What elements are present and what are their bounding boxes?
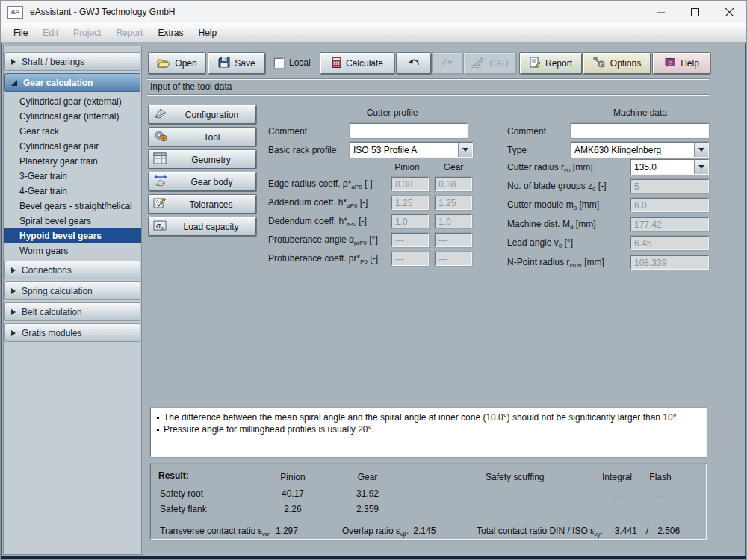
cutter-radius-value: 135.0 [631,162,694,172]
sidebar-group-connections[interactable]: Connections [4,261,140,279]
sidebar-item-cylindrical-gear-pair[interactable]: Cylindrical gear pair [4,139,141,154]
result-gear-header: Gear [344,472,391,482]
cutter-comment-input[interactable] [350,123,468,138]
svg-text:?: ? [669,59,672,66]
scuffing-flash-value: --- [638,491,683,502]
protuberance-coeff-pinion-field: --- [391,252,429,266]
result-panel: Result: Pinion Gear Safety scuffing Inte… [150,464,707,540]
sidebar-item-worm-gears[interactable]: Worm gears [4,243,141,258]
load-capacity-sigma-icon: σx [153,220,167,234]
sidebar-item-gear-rack[interactable]: Gear rack [4,124,141,139]
save-button[interactable]: Save [208,53,265,74]
cutter-radius-label: Cutter radius rc0 [mm] [507,162,592,174]
protuberance-angle-gear-field: --- [435,233,472,247]
overlap-ratio: Overlap ratio εvβ:2.145 [342,526,436,538]
dropdown-arrow-icon[interactable] [694,160,708,174]
machine-dist-label: Machine dist. Md [mm] [507,219,595,231]
machine-dist-field: 177.42 [630,217,709,231]
total-contact-ratio: Total contact ratio DIN / ISO εvγ:3.441/… [477,526,680,538]
sidebar-item-4-gear-train[interactable]: 4-Gear train [4,184,141,199]
maximize-icon [691,8,699,16]
report-button[interactable]: Report [520,53,582,74]
window-frame [1,556,746,559]
sidebar-group-spring-calculation[interactable]: Spring calculation [4,281,140,300]
help-book-icon: ? [664,57,676,70]
undo-icon [408,58,420,69]
sidebar-item-3-gear-train[interactable]: 3-Gear train [4,169,141,184]
gear-body-button[interactable]: Gear body [149,172,256,191]
window-frame [1,43,2,559]
protuberance-angle-label: Protuberance angle αprP0 [°] [268,234,378,246]
machine-type-label: Type [507,145,527,155]
result-integral-header: Integral [593,472,641,482]
pinion-column-header: Pinion [385,162,430,172]
protuberance-angle-pinion-field: --- [391,233,429,247]
redo-button [433,53,462,74]
basic-rack-profile-value: ISO 53 Profile A [350,145,458,155]
undo-button[interactable] [397,53,431,74]
geometry-button[interactable]: Geometry [149,150,256,169]
addendum-gear-field: 1.25 [435,196,472,210]
options-button[interactable]: Options [583,53,651,74]
blade-groups-field: 5 [630,179,709,193]
calculator-icon [332,57,341,70]
close-button[interactable] [712,1,746,23]
sidebar-item-hypoid-bevel-gears[interactable]: Hypoid bevel gears [4,228,141,243]
n-point-radius-field: 108.339 [630,255,709,270]
machine-data-title: Machine data [573,108,707,118]
load-capacity-button[interactable]: σx Load capacity [149,217,256,236]
local-checkbox[interactable] [274,58,284,68]
tolerances-button[interactable]: Tolerances [149,195,256,214]
dropdown-arrow-icon[interactable] [694,143,708,157]
report-document-icon [530,57,541,70]
sidebar-group-shaft-bearings[interactable]: Shaft / bearings [4,52,140,71]
minimize-button[interactable] [643,1,678,23]
sidebar-item-cylindrical-gear-internal[interactable]: Cylindrical gear (internal) [4,109,141,124]
sidebar: Shaft / bearings Gear calculation Cylind… [3,46,142,555]
protuberance-coeff-gear-field: --- [435,252,472,266]
open-button[interactable]: Open [149,53,205,74]
cad-button: CAD [464,53,516,74]
menu-project: Project [66,25,108,41]
app-body: Shaft / bearings Gear calculation Cylind… [1,43,746,559]
minimize-icon [657,8,665,16]
menu-help[interactable]: Help [190,25,224,41]
safety-root-gear-value: 31.92 [344,488,391,499]
dedendum-pinion-field: 1.0 [391,214,429,228]
note-line: Pressure angle for millinghead profiles … [157,423,700,435]
safety-flank-pinion-value: 2.26 [269,504,317,514]
help-button[interactable]: ? Help [653,53,710,74]
dropdown-arrow-icon[interactable] [458,143,472,157]
cutter-radius-select[interactable]: 135.0 [630,159,709,175]
basic-rack-profile-select[interactable]: ISO 53 Profile A [350,142,473,158]
machine-type-select[interactable]: AMK630 Klingelnberg [571,142,709,158]
calculate-button[interactable]: Calculate [320,53,394,74]
machine-comment-label: Comment [507,126,546,137]
gear-column-header: Gear [431,162,476,172]
section-title: Input of the tool data [150,81,232,92]
tool-button[interactable]: Tool [149,128,256,146]
configuration-button[interactable]: Configuration [149,105,256,124]
menu-extras[interactable]: Extras [150,25,190,41]
bullet-icon [157,429,159,431]
edge-radius-gear-field: 0.38 [435,177,472,191]
addendum-coeff-label: Addendum coeff. h*aP0 [-] [268,197,368,209]
bullet-icon [157,417,159,419]
note-line: The difference between the mean spiral a… [157,411,700,423]
sidebar-group-belt-calculation[interactable]: Belt calculation [4,302,140,321]
cutter-module-field: 6.0 [630,198,709,212]
sidebar-group-gear-calculation[interactable]: Gear calculation [4,73,140,92]
menu-file[interactable]: File [6,25,35,41]
result-flash-header: Flash [638,472,683,482]
sidebar-item-cylindrical-gear-external[interactable]: Cylindrical gear (external) [4,94,141,109]
chevron-right-icon [11,309,16,315]
sidebar-item-spiral-bevel-gears[interactable]: Spiral bevel gears [4,214,141,228]
lead-angle-label: Lead angle v0 [°] [507,237,573,249]
sidebar-item-planetary-gear-train[interactable]: Planetary gear train [4,154,141,169]
maximize-button[interactable] [678,1,712,23]
sidebar-item-bevel-gears[interactable]: Bevel gears - straight/helical [4,199,141,214]
machine-comment-input[interactable] [571,123,709,138]
gear-body-icon [153,175,168,189]
sidebar-group-gratis-modules[interactable]: Gratis modules [4,323,140,342]
safety-flank-gear-value: 2.359 [344,504,391,514]
